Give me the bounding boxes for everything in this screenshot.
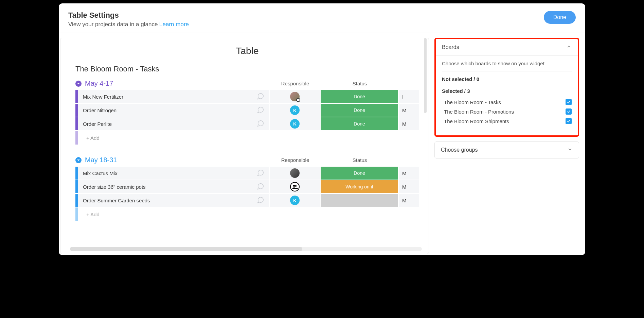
boards-panel: Boards Choose which boards to show on yo… xyxy=(434,38,579,137)
extra-cell: M xyxy=(399,117,419,130)
responsible-cell[interactable]: K xyxy=(270,104,321,117)
add-label: + Add xyxy=(78,207,419,221)
scrollbar-thumb[interactable] xyxy=(70,247,302,251)
responsible-cell[interactable]: - xyxy=(270,90,321,103)
board-name: The Bloom Room - Tasks xyxy=(75,65,419,73)
boards-panel-title: Boards xyxy=(442,44,459,50)
collapse-icon[interactable] xyxy=(75,157,82,163)
avatar[interactable]: K xyxy=(290,119,300,129)
avatar-multi[interactable] xyxy=(290,182,300,191)
comment-icon[interactable] xyxy=(257,106,264,115)
divider xyxy=(442,71,572,71)
row-name-cell[interactable]: Mix Cactus Mix xyxy=(78,167,270,180)
extra-cell: M xyxy=(399,180,419,193)
table-row[interactable]: Order size 36" ceramic pots Working on i… xyxy=(75,180,419,194)
group-header: May 4-17 Responsible Status xyxy=(75,80,419,87)
avatar[interactable]: - xyxy=(290,92,300,101)
checkbox-checked-icon[interactable] xyxy=(566,108,572,115)
group: May 18-31 Responsible Status Mix Cactus … xyxy=(75,156,419,221)
subtitle-text: View your projects data in a glance xyxy=(68,21,159,28)
row-color-bar xyxy=(75,207,78,221)
comment-icon[interactable] xyxy=(257,169,264,178)
board-item[interactable]: The Bloom Room Shipments xyxy=(442,116,572,126)
row-color-bar xyxy=(75,90,78,103)
groups-panel-header[interactable]: Choose groups xyxy=(435,142,579,158)
avatar[interactable]: K xyxy=(290,105,300,115)
table-row[interactable]: Order Summer Garden seeds K M xyxy=(75,194,419,207)
table-row[interactable]: Mix Cactus Mix Done M xyxy=(75,167,419,180)
group: May 4-17 Responsible Status Mix New Fert… xyxy=(75,80,419,145)
boards-panel-description: Choose which boards to show on your widg… xyxy=(442,61,572,66)
add-row[interactable]: + Add xyxy=(75,207,419,221)
widget-title: Table xyxy=(75,46,419,56)
svg-point-0 xyxy=(293,185,295,187)
main-panel: Table The Bloom Room - Tasks May 4-17 Re… xyxy=(60,38,429,254)
avatar[interactable]: K xyxy=(290,196,300,205)
responsible-cell[interactable] xyxy=(270,180,321,193)
row-color-bar xyxy=(75,194,78,207)
row-name-cell[interactable]: Order size 36" ceramic pots xyxy=(78,180,270,193)
column-headers: Responsible Status xyxy=(270,81,419,86)
col-head-responsible: Responsible xyxy=(270,81,321,86)
sidebar: Boards Choose which boards to show on yo… xyxy=(434,38,579,254)
row-color-bar xyxy=(75,180,78,193)
status-cell[interactable] xyxy=(321,194,399,207)
row-name: Order Perlite xyxy=(83,121,112,127)
table-row[interactable]: Order Perlite K Done M xyxy=(75,117,419,131)
extra-cell: I xyxy=(399,90,419,103)
status-cell[interactable]: Done xyxy=(321,167,399,180)
comment-icon[interactable] xyxy=(257,93,264,101)
group-title[interactable]: May 4-17 xyxy=(85,80,113,87)
header-left: Table Settings View your projects data i… xyxy=(68,11,189,28)
row-color-bar xyxy=(75,104,78,117)
row-name-cell[interactable]: Order Nitrogen xyxy=(78,104,270,117)
board-item[interactable]: The Bloom Room - Tasks xyxy=(442,97,572,107)
col-head-status: Status xyxy=(321,157,399,163)
comment-icon[interactable] xyxy=(257,183,264,191)
responsible-cell[interactable]: K xyxy=(270,194,321,207)
status-cell[interactable]: Done xyxy=(321,117,399,130)
vertical-scrollbar[interactable] xyxy=(424,38,427,113)
group-title[interactable]: May 18-31 xyxy=(85,156,117,164)
boards-panel-header[interactable]: Boards xyxy=(436,39,578,56)
collapse-icon[interactable] xyxy=(75,81,82,87)
svg-point-1 xyxy=(295,185,297,187)
row-color-bar xyxy=(75,117,78,130)
checkbox-checked-icon[interactable] xyxy=(566,99,572,105)
board-item-label: The Bloom Room - Tasks xyxy=(444,99,501,105)
table-row[interactable]: Mix New Fertilizer - Done I xyxy=(75,90,419,104)
extra-cell: M xyxy=(399,194,419,207)
chevron-up-icon xyxy=(566,44,572,51)
status-cell[interactable]: Done xyxy=(321,104,399,117)
responsible-cell[interactable] xyxy=(270,167,321,180)
responsible-cell[interactable]: K xyxy=(270,117,321,130)
comment-icon[interactable] xyxy=(257,196,264,205)
comment-icon[interactable] xyxy=(257,120,264,128)
group-header: May 18-31 Responsible Status xyxy=(75,156,419,164)
board-item[interactable]: The Bloom Room - Promotions xyxy=(442,107,572,116)
status-cell[interactable]: Working on it xyxy=(321,180,399,193)
status-cell[interactable]: Done xyxy=(321,90,399,103)
column-headers: Responsible Status xyxy=(270,157,419,163)
horizontal-scrollbar[interactable] xyxy=(70,247,422,251)
board-item-label: The Bloom Room - Promotions xyxy=(444,109,514,115)
done-button[interactable]: Done xyxy=(544,11,576,24)
boards-panel-body: Choose which boards to show on your widg… xyxy=(436,56,578,135)
row-name-cell[interactable]: Order Summer Garden seeds xyxy=(78,194,270,207)
row-name: Order Nitrogen xyxy=(83,107,117,113)
page-title: Table Settings xyxy=(68,11,189,20)
row-name: Order Summer Garden seeds xyxy=(83,198,150,203)
row-name-cell[interactable]: Mix New Fertilizer xyxy=(78,90,270,103)
row-name: Order size 36" ceramic pots xyxy=(83,184,146,190)
groups-panel-title: Choose groups xyxy=(441,147,478,153)
learn-more-link[interactable]: Learn more xyxy=(159,21,189,28)
table-row[interactable]: Order Nitrogen K Done M xyxy=(75,104,419,117)
add-label: + Add xyxy=(78,131,419,145)
extra-cell: M xyxy=(399,104,419,117)
row-name-cell[interactable]: Order Perlite xyxy=(78,117,270,130)
avatar[interactable] xyxy=(290,168,300,178)
groups-panel[interactable]: Choose groups xyxy=(434,141,579,158)
checkbox-checked-icon[interactable] xyxy=(566,118,572,124)
chevron-down-icon xyxy=(567,147,573,153)
add-row[interactable]: + Add xyxy=(75,131,419,145)
